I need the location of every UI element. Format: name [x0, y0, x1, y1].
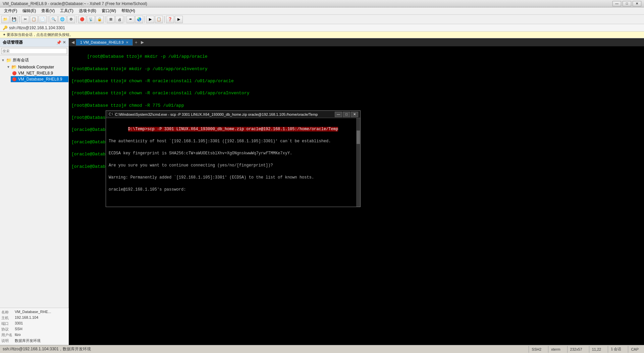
menu-bar: 文件(F) 编辑(E) 查看(V) 工具(T) 选项卡(B) 窗口(W) 帮助(…	[0, 7, 644, 15]
toolbar-sep-7	[164, 16, 165, 23]
toolbar: 📁 💾 ✂ 📋 📄 🔍 🌐 ⚙ 🔴 📡 🔒 ⊞ 🖨 ✒ 🌏 ▶ 📋 ❓ ▶	[0, 15, 644, 24]
toolbar-btn-16[interactable]: 📋	[155, 16, 163, 23]
toolbar-btn-9[interactable]: 📡	[87, 16, 95, 23]
sidebar-header-icons: 📌 ✕	[56, 40, 66, 45]
cmd-output-line-3: Are you sure you want to continue connec…	[109, 163, 273, 168]
toolbar-btn-15[interactable]: ▶	[146, 16, 154, 23]
toolbar-btn-17[interactable]: ▶	[175, 16, 183, 23]
cmd-input-highlighted: D:\Temp>scp -P 3301 LINUX.X64_193000_db_…	[128, 127, 338, 132]
toolbar-btn-14[interactable]: 🌏	[135, 16, 143, 23]
vm-database-label: VM_Database_RHEL8.9	[18, 77, 62, 82]
sidebar-header: 会话管理器 📌 ✕	[0, 38, 68, 47]
toolbar-btn-8[interactable]: 🔴	[78, 16, 86, 23]
vm-net-icon: 🔴	[12, 71, 17, 75]
cmd-icon: C:\	[108, 112, 114, 116]
cmd-minimize-button[interactable]: —	[335, 112, 342, 117]
toolbar-btn-2[interactable]: 💾	[10, 16, 18, 23]
menu-tabs[interactable]: 选项卡(B)	[76, 7, 99, 14]
sidebar-close-button[interactable]: ✕	[63, 40, 66, 45]
toolbar-btn-10[interactable]: 🔒	[96, 16, 104, 23]
minimize-button[interactable]: —	[612, 1, 621, 6]
toolbar-btn-6[interactable]: 🌐	[58, 16, 66, 23]
tab-close-button[interactable]: ✕	[126, 41, 128, 44]
info-bar: ✦ 要添加当前会话，点击左侧的箭头按钮。	[0, 32, 644, 38]
cmd-window[interactable]: C:\ C:\Windows\System32\cmd.exe - scp -P…	[106, 110, 361, 207]
status-size: 232x57	[567, 346, 585, 353]
info-port-label: 端口	[1, 321, 15, 326]
session-tab[interactable]: 1 VM_Database_RHEL8.9 ✕	[76, 39, 133, 46]
tab-scroll-right[interactable]: ▶	[140, 40, 145, 45]
toolbar-btn-3[interactable]: ✂	[21, 16, 29, 23]
notebook-label: Notebook Computer	[18, 65, 54, 69]
info-row-protocol: 协议 SSH	[1, 326, 67, 332]
toolbar-btn-11[interactable]: ⊞	[107, 16, 115, 23]
toolbar-btn-13[interactable]: ✒	[126, 16, 135, 23]
cmd-content[interactable]: D:\Temp>scp -P 3301 LINUX.X64_193000_db_…	[106, 118, 360, 207]
tree-notebook[interactable]: ▼ 📂 Notebook Computer	[5, 64, 68, 70]
sidebar-pin-icon[interactable]: 📌	[56, 40, 61, 45]
tree-all-sessions[interactable]: ▼ 📁 所有会话	[0, 57, 68, 64]
toolbar-btn-4[interactable]: 📋	[30, 16, 38, 23]
toolbar-btn-help[interactable]: ❓	[166, 16, 174, 23]
tab-add-button[interactable]: +	[133, 40, 140, 45]
window-controls: — □ ✕	[612, 1, 641, 6]
toolbar-btn-7[interactable]: ⚙	[67, 16, 75, 23]
toolbar-btn-1[interactable]: 📁	[1, 16, 9, 23]
menu-window[interactable]: 窗口(W)	[99, 7, 119, 14]
menu-tools[interactable]: 工具(T)	[57, 7, 76, 14]
vm-database-icon: 🔴	[12, 77, 17, 82]
status-cap: CAP	[628, 346, 641, 353]
menu-help[interactable]: 帮助(H)	[119, 7, 138, 14]
session-info-panel: 名称 VM_Database_RHE... 主机 192.168.1.104 端…	[0, 308, 69, 345]
status-connection-text: ssh://ttzo@192.168.1.104:3301，数据库开发环境	[3, 346, 91, 352]
address-bar: 🔑 ssh://ttzo@192.168.1.104:3301	[0, 24, 644, 32]
tree-vm-database[interactable]: 🔴 VM_Database_RHEL8.9	[11, 76, 68, 82]
toolbar-btn-12[interactable]: 🖨	[115, 16, 123, 23]
terminal-line-5: [root@Database ttzo]# chmod -R 775 /u01/…	[71, 103, 184, 108]
tree-vm-net[interactable]: 🔴 VM_NET_RHEL8.9	[11, 70, 68, 76]
cmd-title-text: C:\ C:\Windows\System32\cmd.exe - scp -P…	[108, 112, 318, 116]
info-name-value: VM_Database_RHE...	[15, 310, 51, 315]
cmd-window-controls: — □ ✕	[335, 112, 358, 117]
toolbar-btn-5[interactable]: 📄	[39, 16, 47, 23]
cmd-maximize-button[interactable]: □	[343, 112, 350, 117]
all-sessions-label: 所有会话	[13, 57, 29, 63]
expand-icon-all: ▼	[1, 58, 5, 62]
close-button[interactable]: ✕	[633, 1, 641, 6]
terminal-line-2: [root@Database ttzo]# mkdir -p /u01/app/…	[71, 66, 208, 71]
address-text: ssh://ttzo@192.168.1.104:3301	[9, 26, 65, 30]
info-row-host: 主机 192.168.1.104	[1, 315, 67, 321]
info-desc-value: 数据库开发环境	[15, 338, 41, 343]
menu-file[interactable]: 文件(F)	[1, 7, 20, 14]
cmd-scroll-thumb[interactable]	[357, 131, 360, 144]
info-username-value: ttzo	[15, 333, 21, 338]
sidebar: 会话管理器 📌 ✕ ▼ 📁 所有会话 ▼ 📂 Notebook Computer…	[0, 38, 69, 345]
info-text: ✦ 要添加当前会话，点击左侧的箭头按钮。	[3, 32, 73, 37]
info-desc-label: 说明	[1, 338, 15, 343]
maximize-button[interactable]: □	[623, 1, 631, 6]
terminal-area[interactable]: ◀ 1 VM_Database_RHEL8.9 ✕ + ▶ [root@Data…	[69, 38, 644, 345]
tab-bar: ◀ 1 VM_Database_RHEL8.9 ✕ + ▶	[69, 38, 644, 46]
sidebar-search-input[interactable]	[1, 48, 67, 54]
tab-label: 1 VM_Database_RHEL8.9	[80, 40, 124, 44]
toolbar-sep-3	[76, 16, 77, 23]
session-tree: ▼ 📁 所有会话 ▼ 📂 Notebook Computer 🔴 VM_NET_…	[0, 55, 68, 308]
tab-scroll-left[interactable]: ◀	[70, 40, 76, 45]
cmd-title-label: C:\Windows\System32\cmd.exe - scp -P 330…	[115, 112, 318, 116]
sidebar-title: 会话管理器	[3, 40, 23, 45]
cmd-close-button[interactable]: ✕	[351, 112, 358, 117]
status-sessions: 1 会话	[608, 346, 624, 353]
status-ssh2: SSH2	[529, 346, 544, 353]
info-port-value: 3301	[15, 321, 23, 326]
sidebar-search-area	[0, 47, 68, 55]
terminal-line-3: [root@Database ttzo]# chown -R oracle:oi…	[71, 79, 234, 84]
toolbar-btn-search[interactable]: 🔍	[50, 16, 58, 23]
cmd-output-line-5: oracle@192.168.1.105's password:	[109, 187, 186, 192]
cmd-scrollbar[interactable]	[356, 118, 360, 207]
menu-view[interactable]: 查看(V)	[39, 7, 57, 14]
menu-edit[interactable]: 编辑(E)	[20, 7, 39, 14]
folder-icon-all: 📁	[6, 58, 11, 63]
terminal-line-1: [root@Database ttzo]# mkdir -p /u01/app/…	[87, 54, 208, 59]
toolbar-sep-2	[48, 16, 48, 23]
toolbar-sep-5	[125, 16, 125, 23]
